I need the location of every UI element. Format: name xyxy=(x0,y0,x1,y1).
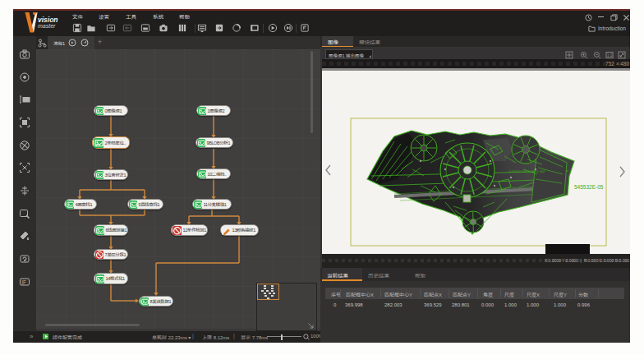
svg-text:545532E-05: 545532E-05 xyxy=(574,184,604,190)
svg-text:IF: IF xyxy=(21,279,26,285)
svg-text:1:1: 1:1 xyxy=(607,53,613,58)
svg-text:0.003 0.006 0.008 0.002: 0.003 0.006 0.008 0.002 xyxy=(509,169,545,173)
